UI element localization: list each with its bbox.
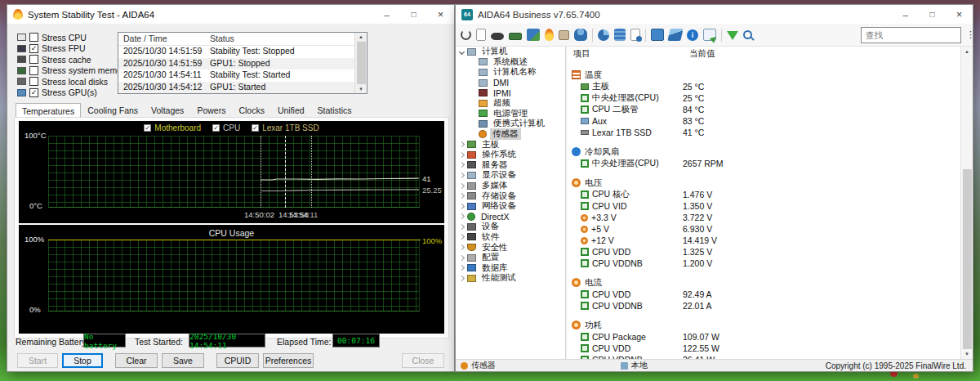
event-log-list[interactable]: Date / Time Status 2025/10/30 14:51:59St…: [118, 32, 368, 94]
cpuid-button[interactable]: CPUID: [216, 353, 259, 368]
tree-item-os[interactable]: 操作系统: [456, 150, 565, 160]
update-icon[interactable]: [727, 31, 738, 40]
log-row[interactable]: 2025/10/30 14:54:11Stability Test: Start…: [118, 69, 367, 82]
stability-test-icon[interactable]: [545, 29, 554, 41]
user-icon[interactable]: [574, 29, 587, 41]
stress-cache-checkbox[interactable]: [29, 55, 38, 64]
info-icon[interactable]: i: [687, 29, 698, 41]
chevron-right-icon[interactable]: [459, 213, 465, 219]
minimize-icon[interactable]: [892, 5, 919, 24]
tree-item-dmi[interactable]: DMI: [456, 78, 565, 88]
maximize-icon[interactable]: [919, 5, 946, 24]
tree-item-multimedia[interactable]: 多媒体: [456, 181, 565, 191]
chevron-right-icon[interactable]: [459, 276, 465, 281]
remote-icon[interactable]: [703, 29, 716, 41]
chevron-right-icon[interactable]: [459, 152, 465, 158]
tree-item-devices[interactable]: 设备: [456, 222, 565, 232]
clear-button[interactable]: Clear: [115, 353, 158, 368]
tree-item-display[interactable]: 显示设备: [456, 170, 565, 181]
maximize-icon[interactable]: [400, 5, 427, 24]
chevron-right-icon[interactable]: [459, 173, 465, 178]
tab-powers[interactable]: Powers: [190, 103, 232, 117]
tab-statistics[interactable]: Statistics: [311, 103, 359, 117]
chevron-right-icon[interactable]: [459, 182, 465, 188]
tree-item-network[interactable]: 网络设备: [456, 201, 565, 212]
stress-memory-checkbox[interactable]: [29, 66, 38, 75]
tree-item-sensors[interactable]: 传感器: [456, 129, 565, 140]
log-row[interactable]: 2025/10/30 14:54:12GPU1: Started: [118, 82, 367, 94]
tree-item-ipmi[interactable]: IPMI: [456, 87, 565, 98]
more-menu-icon[interactable]: ⋮: [966, 29, 975, 40]
stress-gpu-checkbox[interactable]: [29, 88, 38, 97]
chevron-right-icon[interactable]: [459, 204, 465, 209]
preferences-button[interactable]: Preferences: [263, 353, 314, 368]
log-row[interactable]: 2025/10/30 14:51:59Stability Test: Stopp…: [118, 46, 367, 58]
start-button[interactable]: Start: [17, 353, 58, 368]
tree-item-benchmark[interactable]: 性能测试: [456, 273, 565, 284]
tree-item-directx[interactable]: DirectX: [456, 212, 565, 222]
chevron-right-icon[interactable]: [459, 244, 465, 250]
tab-unified[interactable]: Unified: [271, 103, 311, 117]
chevron-right-icon[interactable]: [459, 255, 465, 261]
hardware-icon[interactable]: [559, 30, 569, 40]
chevron-right-icon[interactable]: [459, 193, 465, 199]
scroll-down-icon[interactable]: ▼: [359, 85, 363, 93]
scroll-thumb[interactable]: [357, 42, 366, 84]
chevron-right-icon[interactable]: [459, 141, 465, 147]
stress-cpu-checkbox[interactable]: [29, 33, 38, 42]
scroll-up-icon[interactable]: ▲: [359, 33, 363, 41]
tab-cooling-fans[interactable]: Cooling Fans: [81, 103, 145, 117]
tree-item-motherboard[interactable]: 主板: [456, 139, 565, 150]
video-icon[interactable]: [491, 33, 504, 40]
minimize-icon[interactable]: [373, 5, 400, 24]
scroll-thumb[interactable]: [963, 169, 972, 349]
stress-fpu-checkbox[interactable]: [29, 44, 38, 53]
tab-temperatures[interactable]: Temperatures: [16, 103, 81, 118]
tree-item-storage[interactable]: 存储设备: [456, 190, 565, 201]
scroll-down-icon[interactable]: ▼: [964, 350, 969, 358]
window-export-icon[interactable]: [651, 29, 664, 41]
chevron-right-icon[interactable]: [459, 234, 465, 240]
tree-item-software[interactable]: 软件: [456, 232, 565, 243]
aida-titlebar[interactable]: 64 AIDA64 Business v7.65.7400: [456, 5, 973, 24]
close-icon[interactable]: [427, 5, 454, 24]
report-icon[interactable]: [476, 29, 486, 41]
pie-chart-icon[interactable]: [598, 29, 609, 41]
database-icon[interactable]: [614, 29, 626, 41]
scroll-up-icon[interactable]: ▲: [964, 47, 969, 56]
tree-item-config[interactable]: 配置: [456, 253, 565, 263]
tree-item-database[interactable]: 数据库: [456, 262, 565, 273]
close-button[interactable]: Close: [402, 353, 444, 368]
log-row[interactable]: 2025/10/30 14:51:59GPU1: Stopped: [118, 58, 367, 70]
sst-titlebar[interactable]: System Stability Test - AIDA64: [7, 5, 454, 24]
tree-item-server[interactable]: 服务器: [456, 160, 565, 171]
sensor-row: CPU VDD92.49 A: [567, 289, 961, 300]
memory-icon[interactable]: [509, 33, 522, 40]
temperature-graph: Motherboard CPU Lexar 1TB SSD 100°C 0°C …: [19, 121, 444, 223]
report-clock-icon[interactable]: [630, 29, 640, 41]
tree-item-overclock[interactable]: 超频: [456, 98, 565, 109]
chevron-right-icon[interactable]: [459, 224, 465, 230]
search-input[interactable]: [861, 27, 961, 43]
save-button[interactable]: Save: [162, 353, 204, 368]
stop-button[interactable]: Stop: [62, 353, 103, 368]
close-icon[interactable]: [946, 5, 973, 24]
layers-icon[interactable]: [667, 29, 683, 41]
tree-item-computer[interactable]: 计算机: [456, 47, 565, 57]
log-scrollbar[interactable]: ▲ ▼: [354, 33, 367, 93]
search-icon[interactable]: [743, 30, 752, 39]
gpu-icon[interactable]: [527, 29, 540, 41]
refresh-icon[interactable]: [461, 29, 471, 40]
tree-item-security[interactable]: 安全性: [456, 242, 565, 253]
stress-disks-checkbox[interactable]: [29, 77, 38, 86]
tab-voltages[interactable]: Voltages: [145, 103, 190, 117]
content-scrollbar[interactable]: ▲ ▼: [960, 47, 973, 359]
tree-item-computer-name[interactable]: 计算机名称: [456, 67, 565, 78]
tree-item-power-management[interactable]: 电源管理: [456, 109, 565, 119]
tree-item-portable-computer[interactable]: 便携式计算机: [456, 119, 565, 129]
tree-item-system-overview[interactable]: 系统概述: [456, 57, 565, 68]
tab-clocks[interactable]: Clocks: [232, 103, 271, 117]
chevron-right-icon[interactable]: [459, 265, 465, 271]
chevron-right-icon[interactable]: [459, 162, 465, 168]
chevron-down-icon[interactable]: [459, 49, 465, 55]
